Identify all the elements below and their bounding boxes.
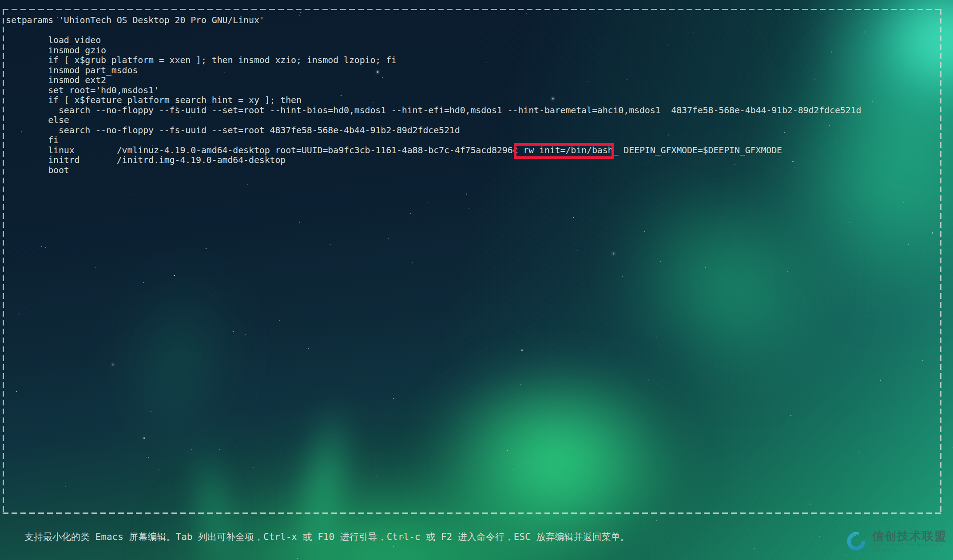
editor-line: setparams 'UhionTech OS Desktop 20 Pro G… (6, 15, 938, 25)
watermark-subtitle: XINCHUANG TECHNOLOGY ALLIANCE (872, 542, 953, 553)
editor-line: load_video (6, 35, 938, 45)
editor-line: search --no-floppy --fs-uuid --set=root … (6, 125, 938, 135)
init-bash-highlight-box (514, 143, 614, 159)
editor-line: if [ x$grub_platform = xxen ]; then insm… (6, 55, 938, 65)
editor-line: insmod ext2 (6, 75, 938, 85)
watermark-text: 信创技术联盟 XINCHUANG TECHNOLOGY ALLIANCE (872, 530, 953, 553)
grub-edit-screen: setparams 'UhionTech OS Desktop 20 Pro G… (0, 0, 953, 560)
aurora-faint-band-left (75, 225, 280, 494)
xinchuang-logo-icon (845, 530, 868, 553)
watermark-title: 信创技术联盟 (872, 530, 953, 542)
editor-line: initrd /initrd.img-4.19.0-amd64-desktop (6, 155, 938, 165)
editor-line: linux /vmlinuz-4.19.0-amd64-desktop root… (6, 145, 938, 155)
editor-line: fi (6, 135, 938, 145)
editor-border-bottom (3, 512, 941, 514)
editor-line: if [ x$feature_platform_search_hint = xy… (6, 95, 938, 105)
watermark: 信创技术联盟 XINCHUANG TECHNOLOGY ALLIANCE (845, 530, 953, 553)
editor-line: insmod part_msdos (6, 65, 938, 75)
editor-line: else (6, 115, 938, 125)
editor-text-area[interactable]: setparams 'UhionTech OS Desktop 20 Pro G… (6, 15, 938, 175)
editor-border-top (3, 9, 941, 10)
editor-line: insmod gzio (6, 45, 938, 56)
editor-line: boot (6, 165, 938, 175)
editor-line: set root='hd0,msdos1' (6, 85, 938, 95)
editor-line (6, 25, 938, 36)
aurora-pillar (266, 364, 381, 560)
editor-line: search --no-floppy --fs-uuid --set=root … (6, 105, 938, 115)
help-bar-text: 支持最小化的类 Emacs 屏幕编辑。Tab 列出可补全项，Ctrl-x 或 F… (24, 531, 824, 543)
editor-border-right (940, 9, 941, 513)
editor-border-left (3, 9, 4, 513)
aurora-core-bottom (373, 320, 737, 560)
